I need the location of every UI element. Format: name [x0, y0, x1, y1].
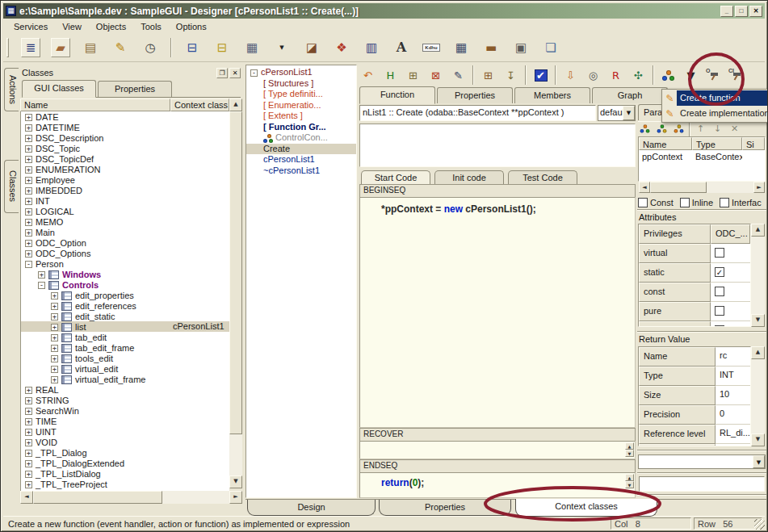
tree-expander-icon[interactable]: + [25, 429, 32, 436]
tree-item-tpl-dialogextended[interactable]: +_TPL_DialogExtended [21, 458, 229, 468]
tree-expander-icon[interactable]: + [51, 324, 58, 331]
implementation-icon[interactable]: CI [728, 67, 745, 84]
tree-expander-icon[interactable]: + [25, 439, 32, 446]
save-icon[interactable]: ✔ [532, 67, 549, 84]
tree-item-function-gr[interactable]: [ Function Gr... [246, 122, 356, 133]
signature-variant-combo[interactable]: default ▼ [598, 105, 636, 121]
tree-expander-icon[interactable]: + [25, 240, 32, 247]
tree-item-odc-option[interactable]: +ODC_Option [21, 237, 229, 248]
tree-item-searchwin[interactable]: +SearchWin [21, 405, 229, 416]
tree-expander-icon[interactable]: + [25, 156, 32, 163]
library-book-icon[interactable]: ▤ [81, 38, 100, 57]
menu-item-create-function[interactable]: ✎Create function [663, 90, 767, 106]
tree-expander-icon[interactable]: + [25, 229, 32, 237]
tree-expander-icon[interactable]: + [51, 345, 58, 352]
param-cell[interactable] [742, 150, 765, 162]
param-column-si[interactable]: Si [742, 137, 765, 150]
tab-function[interactable]: Function [359, 86, 435, 104]
tab-properties[interactable]: Properties [379, 500, 511, 516]
close-panel-icon[interactable]: ✕ [229, 68, 241, 78]
label-text-icon[interactable]: Kdhu [422, 38, 441, 57]
tree-item-list[interactable]: +listcPersonList1 [21, 321, 229, 332]
scroll-up-icon[interactable]: ▲ [625, 442, 634, 450]
tree-item-virtual-edit[interactable]: +virtual_edit [21, 363, 229, 374]
update-references-icon[interactable]: ⊠ [427, 67, 444, 84]
tree-expander-icon[interactable]: + [25, 408, 32, 415]
tree-item-uint[interactable]: +UINT [21, 426, 229, 437]
chevron-down-icon[interactable]: ▼ [753, 455, 765, 468]
scroll-right-icon[interactable]: ► [753, 182, 765, 193]
image-editor-icon[interactable]: ◪ [302, 38, 321, 57]
insert-parameter-icon[interactable] [655, 122, 669, 135]
menu-item-services[interactable]: Services [7, 20, 54, 33]
book-icon[interactable]: ▬ [481, 38, 501, 57]
param-cell[interactable]: BaseContext [692, 150, 742, 162]
tree-item-tpl-listdialog[interactable]: +_TPL_ListDialog [21, 468, 229, 479]
tree-item-real[interactable]: +REAL [21, 384, 229, 395]
tree-item-enumeration[interactable]: +ENUMERATION [21, 164, 229, 174]
create-function-icon[interactable] [660, 67, 677, 84]
return-field-value[interactable]: rc [716, 347, 750, 367]
tree-expander-icon[interactable]: + [25, 471, 32, 478]
tree-item-windows[interactable]: +Windows [21, 269, 229, 279]
window-new-icon[interactable]: ❏ [541, 38, 560, 57]
toolbar-grip[interactable] [6, 38, 9, 57]
menu-item-options[interactable]: Options [170, 20, 213, 33]
tree-item-tpl-dialog[interactable]: +_TPL_Dialog [21, 447, 229, 458]
tree-item-tab-edit-frame[interactable]: +tab_edit_frame [21, 342, 229, 353]
tab-actions[interactable]: Actions [4, 68, 19, 111]
com-function-icon[interactable]: O [705, 67, 722, 84]
tree-item-dsc-description[interactable]: +DSC_Description [21, 132, 229, 143]
tab-context-classes[interactable]: Context classes [515, 499, 657, 517]
class-tree-icon[interactable]: ≣ [21, 38, 40, 57]
param-cell[interactable]: ppContext [639, 150, 692, 162]
move-up-icon[interactable]: ↑ [694, 122, 707, 135]
tree-item-tools-edit[interactable]: +tools_edit [21, 353, 229, 363]
undo-icon[interactable]: ↶ [359, 67, 376, 84]
tree-expander-icon[interactable]: + [51, 313, 58, 320]
tab-design[interactable]: Design [247, 500, 376, 516]
tab-classes[interactable]: Classes [4, 160, 19, 213]
return-field-value[interactable] [716, 444, 750, 446]
tree-item-controls[interactable]: -Controls [21, 279, 229, 290]
tree-expander-icon[interactable]: + [25, 177, 32, 184]
tree-item-create[interactable]: Create [246, 144, 356, 155]
tree-expander-icon[interactable]: - [25, 261, 32, 268]
server-icon[interactable]: ▣ [511, 38, 531, 57]
checkbox-item[interactable] [715, 325, 724, 327]
tab-init-code[interactable]: Init code [434, 170, 504, 184]
tree-expander-icon[interactable]: + [25, 219, 32, 226]
insert-function-icon[interactable]: ⊞ [405, 67, 422, 84]
minimize-button[interactable]: _ [720, 6, 733, 17]
tree-item-cpersonlist1[interactable]: -cPersonList1 [246, 67, 356, 78]
printer-blue-icon[interactable]: ⊟ [183, 38, 202, 57]
tree-expander-icon[interactable]: + [25, 114, 32, 121]
column-header-name[interactable]: Name [20, 98, 170, 111]
float-panel-icon[interactable]: ❐ [216, 68, 228, 78]
tree-expander-icon[interactable]: + [25, 450, 32, 457]
scroll-down-icon[interactable]: ▼ [229, 475, 242, 488]
printer-yellow-icon[interactable]: ⊟ [212, 38, 232, 57]
edit-source-icon[interactable]: ✎ [450, 67, 467, 84]
tree-expander-icon[interactable]: + [25, 198, 32, 205]
tree-item-int[interactable]: +INT [21, 195, 229, 206]
add-member-icon[interactable]: ⊞ [480, 67, 497, 84]
tree-item-main[interactable]: +Main [21, 227, 229, 237]
scroll-down-icon[interactable]: ▼ [625, 450, 634, 457]
add-parameter-icon[interactable] [638, 122, 652, 135]
right-panel-text-field[interactable] [639, 476, 765, 492]
tree-item-person[interactable]: -Person [21, 258, 229, 269]
copy-parameter-icon[interactable] [672, 122, 686, 135]
chevron-down-icon[interactable]: ▼ [623, 106, 635, 120]
tree-expander-icon[interactable]: + [51, 366, 58, 373]
start-code-editor[interactable]: *ppContext = new cPersonList1(); [359, 197, 636, 428]
tree-item-edit-static[interactable]: +edit_static [21, 311, 229, 321]
tab-test-code[interactable]: Test Code [508, 170, 577, 184]
recover-scrollbar[interactable]: ▲ ▼ [625, 442, 634, 457]
tree-item-cpersonlist1[interactable]: ~cPersonList1 [246, 165, 356, 177]
tree-expander-icon[interactable]: + [25, 166, 32, 174]
close-button[interactable]: ✕ [749, 6, 762, 17]
scroll-right-icon[interactable]: ► [229, 491, 242, 504]
tree-expander-icon[interactable]: + [25, 208, 32, 216]
class-tree-vscroll-thumb[interactable] [229, 111, 242, 434]
